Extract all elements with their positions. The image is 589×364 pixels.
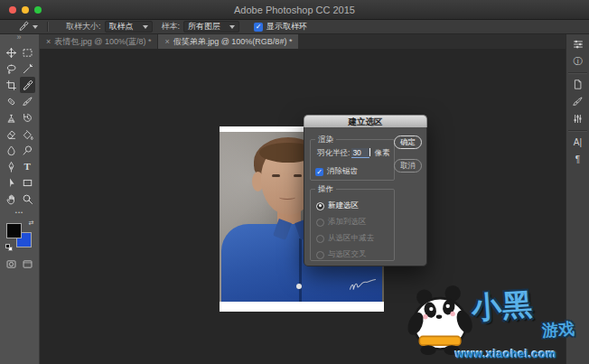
libraries-panel-icon[interactable] [569,77,586,92]
sample-size-dropdown[interactable]: 取样点 [105,21,153,33]
titlebar: Adobe Photoshop CC 2015 [0,0,589,20]
tool-options-bar: 取样大小: 取样点 样本: 所有图层 ✓ 显示取样环 [0,20,589,34]
radio-intersect-with-selection: 与选区交叉 [316,249,367,260]
options-divider [47,22,48,32]
window-title: Adobe Photoshop CC 2015 [0,0,589,20]
site-watermark: 小黑 游戏 www.xiaohei.com [405,283,585,362]
lasso-tool[interactable] [4,61,20,77]
path-selection-tool[interactable] [4,174,20,191]
paint-bucket-tool[interactable] [20,126,36,142]
antialias-checkbox[interactable]: ✓ [315,168,323,176]
close-tab-icon[interactable]: × [164,34,169,49]
eraser-tool[interactable] [4,126,20,142]
radio-label: 与选区交叉 [328,249,367,260]
photo-shirt-collar-left [273,219,292,240]
radio-disabled-icon [316,251,324,259]
tab-document-1[interactable]: × 表情包.jpg @ 100%(蓝/8) * [40,34,158,49]
close-tab-icon[interactable]: × [46,34,51,49]
default-foreground-chip [5,244,10,248]
pen-tool[interactable] [4,158,20,174]
photo-boy-smile [279,195,295,200]
toolbar-bottom-controls [0,257,39,274]
toolbar-collapse-button[interactable]: » [0,34,39,42]
zoom-tool[interactable] [20,191,36,207]
radio-new-selection[interactable]: 新建选区 [316,201,359,211]
radio-subtract-from-selection: 从选区中减去 [316,233,374,244]
edit-toolbar-button[interactable]: ••• [0,210,39,215]
clone-stamp-tool[interactable] [4,109,20,126]
healing-brush-tool[interactable] [4,93,20,109]
photoshop-window: Adobe Photoshop CC 2015 取样大小: 取样点 样本: 所有… [0,0,589,364]
feather-unit-label: 像素 [374,148,389,157]
photo-boy-eye-left [272,174,280,177]
watermark-url: www.xiaohei.com [455,348,556,360]
sample-label: 样本: [162,21,181,33]
quick-mask-button[interactable] [5,257,17,274]
type-tool[interactable]: T [20,158,36,174]
shape-tool[interactable] [20,174,36,191]
screen-mode-button[interactable] [22,257,33,274]
caret-down-icon [33,25,38,29]
sample-size-value: 取样点 [109,21,134,33]
dock-divider [568,72,587,73]
eyedropper-tool[interactable] [20,77,36,93]
default-colors-icon[interactable] [5,244,14,252]
color-panel-icon[interactable] [569,36,586,51]
ok-button[interactable]: 确定 [394,135,422,149]
radio-selected-icon[interactable] [316,202,324,210]
document-tab-bar: × 表情包.jpg @ 100%(蓝/8) * × 假笑弟弟.jpg @ 100… [40,34,566,49]
tab-document-2[interactable]: × 假笑弟弟.jpg @ 100%(RGB/8#) * [158,34,298,49]
operation-group-label: 操作 [315,184,336,195]
sample-size-label: 取样大小: [66,21,101,33]
dialog-body: 渲染 羽化半径:30像素 ✓ 消除锯齿 操作 新建选区 添加到选区 [304,127,427,266]
watermark-brand-text: 小黑 [471,285,535,330]
quick-selection-tool[interactable] [20,61,36,77]
render-group-label: 渲染 [315,135,336,145]
show-sampling-ring-label: 显示取样环 [266,21,307,33]
brush-tool[interactable] [20,93,36,109]
radio-disabled-icon [316,219,324,227]
radio-label: 添加到选区 [328,217,367,228]
character-panel-icon[interactable]: A| [569,135,586,150]
paragraph-panel-icon[interactable]: ¶ [569,152,586,167]
radio-add-to-selection: 添加到选区 [316,217,367,228]
tab-label: 表情包.jpg @ 100%(蓝/8) * [54,36,151,48]
feather-radius-input[interactable]: 30 [351,148,369,158]
blur-tool[interactable] [4,142,20,158]
photo-shirt-button [296,284,302,289]
watermark-brand-suffix: 游戏 [541,318,575,341]
cancel-button[interactable]: 取消 [394,159,422,173]
photo-shirt-placket [299,238,302,302]
caret-down-icon [143,25,148,29]
info-panel-icon[interactable]: ⓘ [569,53,586,69]
antialias-label: 消除锯齿 [327,166,358,177]
dialog-title[interactable]: 建立选区 [304,115,427,127]
tab-label: 假笑弟弟.jpg @ 100%(RGB/8#) * [173,36,293,48]
radio-label: 新建选区 [328,201,359,211]
color-swatches: ⇄ [5,219,34,250]
brush-panel-icon[interactable] [569,94,586,109]
dock-divider [568,130,587,131]
radio-label: 从选区中减去 [328,233,374,244]
sample-dropdown[interactable]: 所有图层 [183,21,239,33]
hand-tool[interactable] [4,191,20,207]
show-sampling-ring-checkbox[interactable]: ✓ [254,23,263,32]
antialias-row: ✓ 消除锯齿 [315,166,358,177]
eyedropper-icon [18,21,29,33]
crop-tool[interactable] [4,77,20,93]
radio-disabled-icon [316,235,324,243]
photo-boy-eye-right [294,174,302,177]
eyedropper-preset-button[interactable] [18,21,38,33]
foreground-color-swatch[interactable] [6,223,22,238]
text-cursor [369,148,370,156]
sample-value: 所有图层 [188,21,220,33]
history-brush-tool[interactable] [20,109,36,126]
dodge-tool[interactable] [20,142,36,158]
swap-colors-icon[interactable]: ⇄ [29,219,34,226]
adjustments-panel-icon[interactable] [569,111,586,126]
feather-radius-label: 羽化半径: [317,148,350,157]
feather-row: 羽化半径:30像素 [317,148,389,159]
move-tool[interactable] [4,44,20,61]
operation-group: 操作 新建选区 添加到选区 从选区中减去 与选区交叉 [310,189,395,261]
marquee-tool[interactable] [20,44,36,61]
